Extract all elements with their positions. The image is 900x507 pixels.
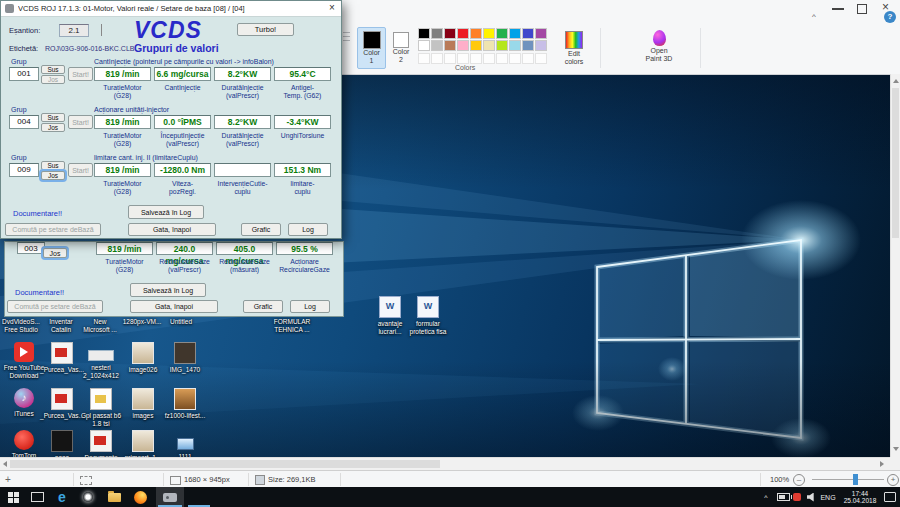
esantion-value[interactable]: 2.1 <box>59 24 89 37</box>
palette-color[interactable] <box>470 28 482 39</box>
color2-tile[interactable]: Color 2 <box>387 27 415 69</box>
palette-color[interactable] <box>483 28 495 39</box>
restore-icon[interactable] <box>857 4 867 14</box>
tray-expand-button[interactable]: ^ <box>760 487 772 507</box>
palette-empty-slot[interactable] <box>457 53 469 64</box>
palette-color[interactable] <box>509 28 521 39</box>
palette-color[interactable] <box>431 40 443 51</box>
app-tray-icon[interactable] <box>791 487 803 507</box>
start-button[interactable] <box>2 487 24 507</box>
palette-color[interactable] <box>535 40 547 51</box>
jos-button[interactable]: Jos <box>41 171 65 180</box>
save-log-button[interactable]: Salvează în Log <box>130 283 206 297</box>
group-number-input[interactable]: 009 <box>9 163 39 177</box>
turbo-button[interactable]: Turbo! <box>237 23 294 36</box>
vcds-titlebar[interactable]: VCDS ROJ 17.1.3: 01-Motor, Valori reale … <box>1 1 341 17</box>
palette-color[interactable] <box>444 28 456 39</box>
palette-color[interactable] <box>535 28 547 39</box>
sus-button[interactable]: Sus <box>41 113 65 122</box>
palette-empty-slot[interactable] <box>483 53 495 64</box>
desktop-icon[interactable]: IMG_1470 <box>157 342 213 374</box>
zoom-slider-thumb[interactable] <box>853 474 858 485</box>
grafic-button[interactable]: Grafic <box>243 300 283 313</box>
scroll-right-icon[interactable] <box>880 461 884 467</box>
zoom-in-icon[interactable]: + <box>887 474 899 486</box>
desktop-icon[interactable]: FORMULAR TEHNICA ... <box>264 318 320 333</box>
palette-color[interactable] <box>509 40 521 51</box>
group-number-input[interactable]: 003 <box>17 242 45 254</box>
comuta-button[interactable]: Comută pe setare deBază <box>7 300 103 313</box>
palette-empty-slot[interactable] <box>470 53 482 64</box>
volume-tray-icon[interactable] <box>804 487 818 507</box>
cortana-button[interactable] <box>78 487 98 507</box>
group-number-input[interactable]: 001 <box>9 67 39 81</box>
task-view-button[interactable] <box>27 487 47 507</box>
save-log-button[interactable]: Salvează în Log <box>128 205 204 219</box>
open-paint3d-button[interactable]: Open Paint 3D <box>630 27 688 71</box>
sus-button[interactable]: Sus <box>41 161 65 170</box>
zoom-slider-track[interactable] <box>812 479 884 480</box>
minimize-icon[interactable] <box>832 8 844 10</box>
palette-empty-slot[interactable] <box>535 53 547 64</box>
vertical-scrollbar[interactable] <box>890 74 900 457</box>
vcds-taskbar-button[interactable] <box>156 487 184 507</box>
palette-empty-slot[interactable] <box>522 53 534 64</box>
file-explorer-button[interactable] <box>104 487 124 507</box>
firefox-button[interactable] <box>130 487 150 507</box>
vcds-background-window[interactable]: 003 Jos 819 /min 240.0 mg/cursa 405.0 mg… <box>4 241 344 317</box>
palette-empty-slot[interactable] <box>509 53 521 64</box>
comuta-button[interactable]: Comută pe setare deBază <box>5 223 101 236</box>
done-button[interactable]: Gata, înapoi <box>130 300 218 313</box>
log-button[interactable]: Log <box>288 223 328 236</box>
scroll-up-icon[interactable] <box>893 79 899 83</box>
palette-empty-slot[interactable] <box>431 53 443 64</box>
start-button[interactable]: Start! <box>68 163 93 177</box>
horizontal-scrollbar[interactable] <box>0 457 890 470</box>
edge-button[interactable]: e <box>52 487 72 507</box>
collapse-ribbon-icon[interactable]: ^ <box>812 12 816 21</box>
desktop-icon[interactable]: 1111 <box>157 430 213 461</box>
palette-color[interactable] <box>431 28 443 39</box>
palette-color[interactable] <box>418 28 430 39</box>
start-button[interactable]: Start! <box>68 67 93 81</box>
grafic-button[interactable]: Grafic <box>241 223 281 236</box>
vertical-scroll-thumb[interactable] <box>892 88 899 238</box>
edit-colors-button[interactable]: Edit colors <box>553 27 595 71</box>
horizontal-scroll-thumb[interactable] <box>10 460 440 468</box>
documentare-link[interactable]: Documentare!! <box>15 288 64 297</box>
start-button[interactable]: Start! <box>68 115 93 129</box>
clock[interactable]: 17:4425.04.2018 <box>840 487 880 507</box>
palette-empty-slot[interactable] <box>496 53 508 64</box>
documentare-link[interactable]: Documentare!! <box>13 209 62 218</box>
palette-color[interactable] <box>418 40 430 51</box>
palette-color[interactable] <box>522 28 534 39</box>
palette-color[interactable] <box>470 40 482 51</box>
language-indicator[interactable]: ENG <box>818 487 838 507</box>
palette-empty-slot[interactable] <box>444 53 456 64</box>
close-icon[interactable]: × <box>329 2 335 13</box>
color1-tile[interactable]: Color 1 <box>357 27 386 69</box>
log-button[interactable]: Log <box>290 300 330 313</box>
palette-color[interactable] <box>483 40 495 51</box>
scroll-down-icon[interactable] <box>893 447 899 451</box>
battery-tray-icon[interactable] <box>775 487 791 507</box>
palette-color[interactable] <box>496 40 508 51</box>
palette-color[interactable] <box>522 40 534 51</box>
action-center-button[interactable] <box>882 487 898 507</box>
palette-empty-slot[interactable] <box>418 53 430 64</box>
jos-button[interactable]: Jos <box>41 75 65 84</box>
desktop-icon[interactable]: fz1000-lifest... <box>157 388 213 420</box>
paint-taskbar-button[interactable] <box>186 487 212 507</box>
desktop-icon[interactable]: Untitled <box>153 318 209 326</box>
vcds-window[interactable]: VCDS ROJ 17.1.3: 01-Motor, Valori reale … <box>0 0 342 239</box>
scroll-left-icon[interactable] <box>3 461 7 467</box>
group-number-input[interactable]: 004 <box>9 115 39 129</box>
palette-color[interactable] <box>444 40 456 51</box>
jos-button[interactable]: Jos <box>41 123 65 132</box>
sus-button[interactable]: Sus <box>41 65 65 74</box>
done-button[interactable]: Gata, înapoi <box>128 223 216 236</box>
palette-color[interactable] <box>457 28 469 39</box>
desktop-icon[interactable]: Wformular protetica fisa <box>400 296 456 335</box>
palette-color[interactable] <box>457 40 469 51</box>
jos-button[interactable]: Jos <box>43 248 67 258</box>
